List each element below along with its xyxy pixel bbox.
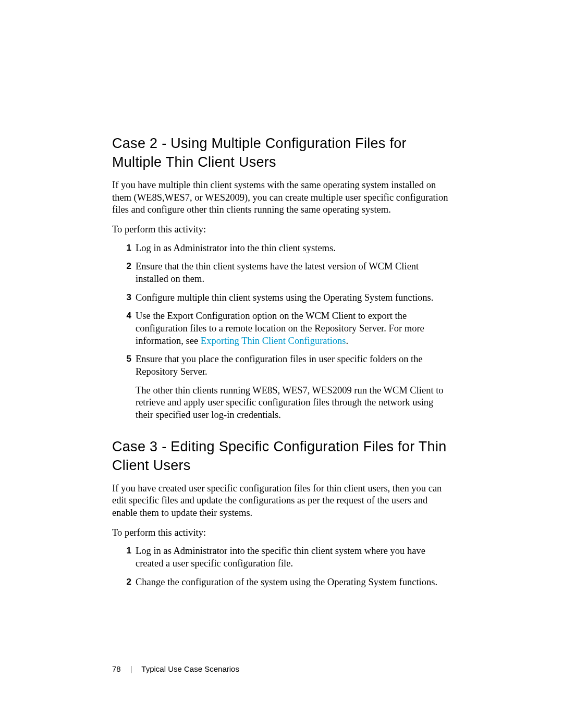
steps-list-case3: 1 Log in as Administrator into the speci… xyxy=(112,545,451,588)
page-number: 78 xyxy=(112,664,121,673)
page-content: Case 2 - Using Multiple Configuration Fi… xyxy=(0,0,563,588)
footer-divider: | xyxy=(130,665,132,673)
intro-paragraph-case3: If you have created user specific config… xyxy=(112,483,451,520)
list-item: 1 Log in as Administrator into the speci… xyxy=(128,545,451,570)
list-number: 1 xyxy=(118,545,131,557)
list-text-post: . xyxy=(346,336,349,346)
list-item: 2 Ensure that the thin client systems ha… xyxy=(128,261,451,285)
list-sub-paragraph: The other thin clients running WE8S, WES… xyxy=(136,385,451,422)
list-number: 1 xyxy=(118,242,131,254)
list-item: 2 Change the configuration of the system… xyxy=(128,576,451,589)
section-heading-case2: Case 2 - Using Multiple Configuration Fi… xyxy=(112,134,451,172)
list-text: Log in as Administrator into the specifi… xyxy=(136,546,425,569)
list-item: 3 Configure multiple thin client systems… xyxy=(128,292,451,304)
list-text: Change the configuration of the system u… xyxy=(136,577,437,587)
list-number: 3 xyxy=(118,292,131,303)
activity-label-case2: To perform this activity: xyxy=(112,224,451,236)
list-number: 2 xyxy=(118,261,131,272)
list-item: 4 Use the Export Configuration option on… xyxy=(128,310,451,347)
list-text: Log in as Administrator into the thin cl… xyxy=(136,243,336,253)
activity-label-case3: To perform this activity: xyxy=(112,527,451,539)
steps-list-case2: 1 Log in as Administrator into the thin … xyxy=(112,242,451,422)
list-item: 5 Ensure that you place the configuratio… xyxy=(128,353,451,421)
list-text: Configure multiple thin client systems u… xyxy=(136,292,433,303)
list-text: Ensure that the thin client systems have… xyxy=(136,261,419,284)
list-text: Ensure that you place the configuration … xyxy=(136,354,423,377)
link-exporting-configs[interactable]: Exporting Thin Client Configurations xyxy=(201,336,346,346)
list-item: 1 Log in as Administrator into the thin … xyxy=(128,242,451,255)
footer-title: Typical Use Case Scenarios xyxy=(141,664,239,673)
intro-paragraph-case2: If you have multiple thin client systems… xyxy=(112,179,451,216)
list-number: 4 xyxy=(118,310,131,322)
list-number: 2 xyxy=(118,576,131,588)
list-number: 5 xyxy=(118,353,131,365)
section-heading-case3: Case 3 - Editing Specific Configuration … xyxy=(112,437,451,475)
page-footer: 78 | Typical Use Case Scenarios xyxy=(112,664,239,673)
